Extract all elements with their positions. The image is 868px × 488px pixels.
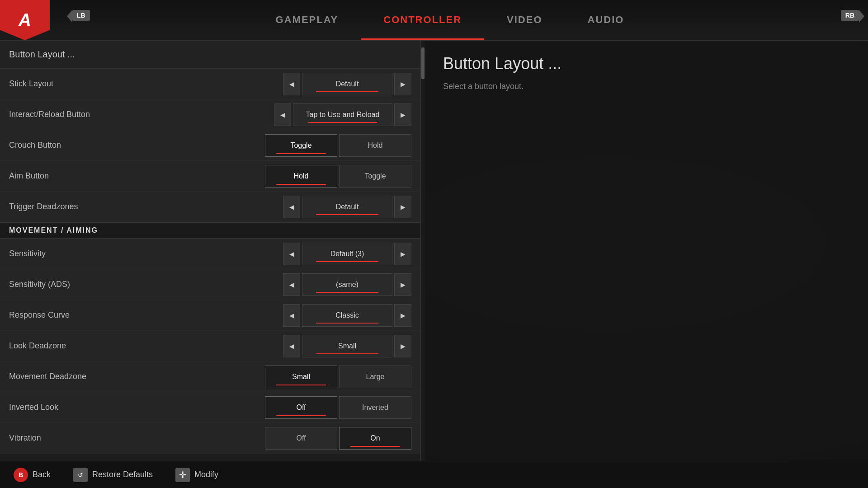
chevron-left-icon: [289, 80, 294, 88]
chevron-left-icon: [289, 342, 294, 350]
setting-row-aim: Aim Button Hold Toggle: [0, 161, 420, 192]
setting-row-vibration: Vibration Off On: [0, 423, 420, 454]
response-curve-label: Response Curve: [9, 310, 283, 320]
stick-layout-prev[interactable]: [283, 73, 300, 95]
interact-reload-prev[interactable]: [274, 103, 291, 126]
interact-reload-label: Interact/Reload Button: [9, 110, 274, 119]
crouch-toggle-option2[interactable]: Hold: [339, 134, 411, 157]
setting-row-look-deadzone: Look Deadzone Small: [0, 331, 420, 361]
vibration-option2[interactable]: On: [339, 427, 411, 450]
look-deadzone-prev[interactable]: [283, 335, 300, 357]
interact-reload-next[interactable]: [394, 103, 411, 126]
button-layout-row[interactable]: Button Layout ...: [0, 41, 420, 69]
chevron-right-icon: [401, 342, 406, 350]
back-action[interactable]: B Back: [14, 468, 51, 482]
chevron-left-icon: [289, 281, 294, 289]
vibration-label: Vibration: [9, 433, 265, 443]
nav-bar: A LB GAMEPLAY CONTROLLER VIDEO AUDIO RB: [0, 0, 868, 41]
setting-row-crouch: Crouch Button Toggle Hold: [0, 130, 420, 161]
chevron-right-icon: [401, 203, 406, 211]
movement-deadzone-label: Movement Deadzone: [9, 372, 265, 381]
aim-label: Aim Button: [9, 171, 265, 181]
setting-row-sensitivity-ads: Sensitivity (ADS) (same): [0, 269, 420, 300]
setting-row-sensitivity: Sensitivity Default (3): [0, 239, 420, 269]
info-panel: Button Layout ... Select a button layout…: [425, 41, 868, 461]
modify-icon: ✛: [175, 468, 190, 482]
look-deadzone-control: Small: [283, 335, 411, 357]
chevron-right-icon: [401, 80, 406, 88]
chevron-left-icon: [289, 311, 294, 319]
look-deadzone-value: Small: [302, 335, 392, 357]
chevron-left-icon: [289, 203, 294, 211]
movement-deadzone-option1[interactable]: Small: [265, 366, 337, 388]
sensitivity-control: Default (3): [283, 243, 411, 265]
sensitivity-next[interactable]: [394, 243, 411, 265]
sensitivity-ads-label: Sensitivity (ADS): [9, 280, 283, 289]
tab-gameplay[interactable]: GAMEPLAY: [253, 0, 361, 40]
stick-layout-control: Default: [283, 73, 411, 95]
lb-badge[interactable]: LB: [72, 10, 90, 21]
movement-deadzone-option2[interactable]: Large: [339, 366, 411, 388]
movement-deadzone-toggle-group: Small Large: [265, 366, 411, 388]
tab-controller[interactable]: CONTROLLER: [361, 0, 484, 40]
chevron-right-icon: [401, 281, 406, 289]
trigger-deadzones-value: Default: [302, 196, 392, 218]
response-curve-control: Classic: [283, 304, 411, 327]
info-title: Button Layout ...: [443, 54, 850, 73]
sensitivity-label: Sensitivity: [9, 249, 283, 258]
section-movement-aiming: MOVEMENT / AIMING: [0, 222, 420, 239]
setting-row-inverted-look: Inverted Look Off Inverted: [0, 392, 420, 423]
trigger-deadzones-label: Trigger Deadzones: [9, 202, 283, 211]
inverted-look-option2[interactable]: Inverted: [339, 396, 411, 419]
chevron-right-icon: [401, 250, 406, 258]
look-deadzone-next[interactable]: [394, 335, 411, 357]
crouch-label: Crouch Button: [9, 141, 265, 150]
stick-layout-label: Stick Layout: [9, 79, 283, 89]
trigger-deadzones-prev[interactable]: [283, 196, 300, 218]
interact-reload-value: Tap to Use and Reload: [293, 103, 392, 126]
sensitivity-prev[interactable]: [283, 243, 300, 265]
sensitivity-value: Default (3): [302, 243, 392, 265]
stick-layout-value: Default: [302, 73, 392, 95]
aim-toggle-group: Hold Toggle: [265, 165, 411, 188]
bottom-bar: B Back ↺ Restore Defaults ✛ Modify: [0, 461, 868, 488]
crouch-toggle-option1[interactable]: Toggle: [265, 134, 337, 157]
modify-label: Modify: [194, 470, 218, 479]
crouch-toggle-group: Toggle Hold: [265, 134, 411, 157]
aim-toggle-option1[interactable]: Hold: [265, 165, 337, 188]
scrollbar[interactable]: [420, 41, 425, 461]
stick-layout-next[interactable]: [394, 73, 411, 95]
vibration-toggle-group: Off On: [265, 427, 411, 450]
rb-badge[interactable]: RB: [841, 10, 859, 21]
response-curve-value: Classic: [302, 304, 392, 327]
tab-video[interactable]: VIDEO: [484, 0, 565, 40]
restore-icon: ↺: [73, 468, 88, 482]
setting-row-trigger-deadzones: Trigger Deadzones Default: [0, 192, 420, 222]
inverted-look-toggle-group: Off Inverted: [265, 396, 411, 419]
sensitivity-ads-prev[interactable]: [283, 273, 300, 296]
button-layout-label: Button Layout ...: [9, 49, 75, 60]
setting-row-movement-deadzone: Movement Deadzone Small Large: [0, 361, 420, 392]
restore-defaults-action[interactable]: ↺ Restore Defaults: [73, 468, 153, 482]
chevron-right-icon: [401, 311, 406, 319]
scrollbar-thumb[interactable]: [421, 47, 425, 79]
trigger-deadzones-control: Default: [283, 196, 411, 218]
nav-tabs: GAMEPLAY CONTROLLER VIDEO AUDIO: [32, 0, 868, 40]
look-deadzone-label: Look Deadzone: [9, 341, 283, 351]
vibration-option1[interactable]: Off: [265, 427, 337, 450]
main-content: Button Layout ... Stick Layout Default I…: [0, 41, 868, 461]
response-curve-prev[interactable]: [283, 304, 300, 327]
chevron-right-icon: [401, 111, 406, 119]
trigger-deadzones-next[interactable]: [394, 196, 411, 218]
aim-toggle-option2[interactable]: Toggle: [339, 165, 411, 188]
response-curve-next[interactable]: [394, 304, 411, 327]
back-label: Back: [33, 470, 51, 479]
sensitivity-ads-next[interactable]: [394, 273, 411, 296]
restore-label: Restore Defaults: [92, 470, 153, 479]
setting-row-stick-layout: Stick Layout Default: [0, 69, 420, 99]
modify-action[interactable]: ✛ Modify: [175, 468, 218, 482]
tab-audio[interactable]: AUDIO: [565, 0, 647, 40]
setting-row-interact-reload: Interact/Reload Button Tap to Use and Re…: [0, 99, 420, 130]
inverted-look-option1[interactable]: Off: [265, 396, 337, 419]
back-button-icon: B: [14, 468, 28, 482]
